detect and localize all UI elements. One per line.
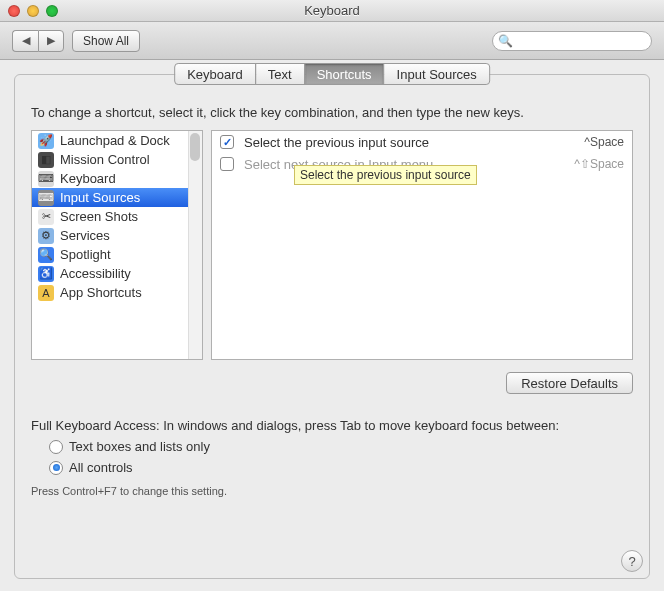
- search-icon: 🔍: [498, 34, 513, 48]
- category-label: Spotlight: [60, 247, 111, 262]
- category-icon: ⌨: [38, 171, 54, 187]
- instruction-text: To change a shortcut, select it, click t…: [31, 105, 633, 120]
- shortcut-row[interactable]: Select the previous input source^Space: [212, 131, 632, 153]
- shortcut-checkbox[interactable]: [220, 135, 234, 149]
- sidebar-item-screen-shots[interactable]: ✂Screen Shots: [32, 207, 202, 226]
- shortcuts-list[interactable]: Select the previous input source^SpaceSe…: [211, 130, 633, 360]
- category-label: Accessibility: [60, 266, 131, 281]
- search-input[interactable]: 🔍: [492, 31, 652, 51]
- back-button[interactable]: ◀: [12, 30, 38, 52]
- category-label: App Shortcuts: [60, 285, 142, 300]
- fka-title: Full Keyboard Access: In windows and dia…: [31, 418, 633, 433]
- category-icon: ✂: [38, 209, 54, 225]
- sidebar-item-app-shortcuts[interactable]: AApp Shortcuts: [32, 283, 202, 302]
- restore-defaults-button[interactable]: Restore Defaults: [506, 372, 633, 394]
- sidebar-item-accessibility[interactable]: ♿Accessibility: [32, 264, 202, 283]
- scrollbar-thumb[interactable]: [190, 133, 200, 161]
- categories-list[interactable]: 🚀Launchpad & Dock◧Mission Control⌨Keyboa…: [31, 130, 203, 360]
- shortcut-keys[interactable]: ^Space: [584, 135, 624, 149]
- category-label: Services: [60, 228, 110, 243]
- tab-text[interactable]: Text: [255, 63, 305, 85]
- category-label: Keyboard: [60, 171, 116, 186]
- category-icon: ♿: [38, 266, 54, 282]
- category-label: Screen Shots: [60, 209, 138, 224]
- help-button[interactable]: ?: [621, 550, 643, 572]
- category-icon: A: [38, 285, 54, 301]
- sidebar-item-launchpad-dock[interactable]: 🚀Launchpad & Dock: [32, 131, 202, 150]
- tab-shortcuts[interactable]: Shortcuts: [304, 63, 385, 85]
- sidebar-item-services[interactable]: ⚙Services: [32, 226, 202, 245]
- toolbar: ◀ ▶ Show All 🔍: [0, 22, 664, 60]
- panel: Keyboard Text Shortcuts Input Sources To…: [14, 74, 650, 579]
- tabs: Keyboard Text Shortcuts Input Sources: [174, 63, 490, 85]
- shortcut-keys[interactable]: ^⇧Space: [574, 157, 624, 171]
- sidebar-item-spotlight[interactable]: 🔍Spotlight: [32, 245, 202, 264]
- category-icon: 🚀: [38, 133, 54, 149]
- category-icon: ◧: [38, 152, 54, 168]
- show-all-button[interactable]: Show All: [72, 30, 140, 52]
- category-label: Input Sources: [60, 190, 140, 205]
- tab-keyboard[interactable]: Keyboard: [174, 63, 256, 85]
- radio-label-1: Text boxes and lists only: [69, 439, 210, 454]
- titlebar: Keyboard: [0, 0, 664, 22]
- scrollbar[interactable]: [188, 131, 202, 359]
- category-label: Mission Control: [60, 152, 150, 167]
- category-icon: ⌨: [38, 190, 54, 206]
- tooltip: Select the previous input source: [294, 165, 477, 185]
- forward-button[interactable]: ▶: [38, 30, 64, 52]
- sidebar-item-input-sources[interactable]: ⌨Input Sources: [32, 188, 202, 207]
- category-label: Launchpad & Dock: [60, 133, 170, 148]
- shortcut-label: Select the previous input source: [244, 135, 574, 150]
- category-icon: ⚙: [38, 228, 54, 244]
- category-icon: 🔍: [38, 247, 54, 263]
- radio-label-2: All controls: [69, 460, 133, 475]
- sidebar-item-mission-control[interactable]: ◧Mission Control: [32, 150, 202, 169]
- sidebar-item-keyboard[interactable]: ⌨Keyboard: [32, 169, 202, 188]
- fka-hint: Press Control+F7 to change this setting.: [31, 485, 633, 497]
- content: Keyboard Text Shortcuts Input Sources To…: [0, 60, 664, 591]
- radio-text-boxes[interactable]: [49, 440, 63, 454]
- tab-input-sources[interactable]: Input Sources: [384, 63, 490, 85]
- shortcut-checkbox[interactable]: [220, 157, 234, 171]
- radio-all-controls[interactable]: [49, 461, 63, 475]
- window-title: Keyboard: [0, 3, 664, 18]
